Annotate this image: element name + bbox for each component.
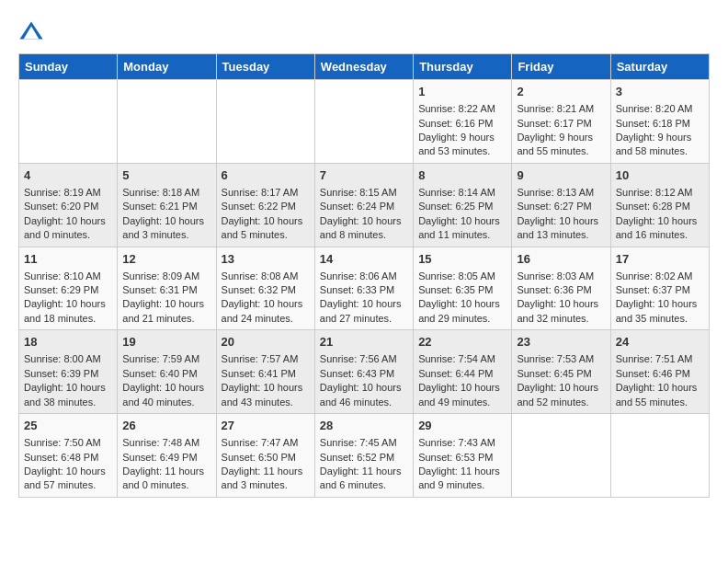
- day-detail: Sunrise: 7:43 AM: [418, 436, 506, 450]
- day-detail: and 55 minutes.: [517, 144, 605, 158]
- week-row-2: 4Sunrise: 8:19 AMSunset: 6:20 PMDaylight…: [19, 163, 710, 247]
- calendar-cell: 13Sunrise: 8:08 AMSunset: 6:32 PMDayligh…: [216, 247, 314, 330]
- day-number: 25: [24, 418, 112, 434]
- day-detail: Sunset: 6:28 PM: [616, 200, 704, 213]
- calendar-cell: 21Sunrise: 7:56 AMSunset: 6:43 PMDayligh…: [314, 330, 413, 414]
- day-detail: Sunset: 6:48 PM: [24, 451, 112, 465]
- calendar-cell: 23Sunrise: 7:53 AMSunset: 6:45 PMDayligh…: [512, 330, 610, 414]
- logo-icon: [18, 18, 44, 44]
- day-detail: Sunset: 6:22 PM: [222, 200, 310, 213]
- calendar-cell: 4Sunrise: 8:19 AMSunset: 6:20 PMDaylight…: [19, 163, 118, 247]
- day-number: 4: [24, 167, 112, 184]
- day-header-friday: Friday: [512, 54, 610, 80]
- calendar-cell: 24Sunrise: 7:51 AMSunset: 6:46 PMDayligh…: [610, 330, 709, 414]
- day-detail: Sunset: 6:39 PM: [24, 367, 112, 381]
- calendar-cell: [19, 80, 118, 164]
- day-detail: and 32 minutes.: [517, 312, 605, 326]
- calendar-cell: 7Sunrise: 8:15 AMSunset: 6:24 PMDaylight…: [314, 163, 413, 247]
- day-detail: Sunset: 6:46 PM: [616, 367, 704, 381]
- calendar-cell: 28Sunrise: 7:45 AMSunset: 6:52 PMDayligh…: [314, 414, 413, 498]
- day-number: 22: [418, 334, 506, 350]
- day-detail: Sunset: 6:24 PM: [320, 200, 408, 213]
- days-of-week-row: SundayMondayTuesdayWednesdayThursdayFrid…: [19, 54, 710, 80]
- calendar-cell: 17Sunrise: 8:02 AMSunset: 6:37 PMDayligh…: [610, 247, 709, 330]
- week-row-5: 25Sunrise: 7:50 AMSunset: 6:48 PMDayligh…: [19, 414, 710, 498]
- calendar-cell: [314, 80, 413, 164]
- day-detail: and 29 minutes.: [418, 312, 506, 326]
- day-detail: Sunset: 6:50 PM: [222, 451, 310, 465]
- day-detail: Daylight: 10 hours: [616, 297, 704, 311]
- calendar-cell: [216, 80, 314, 164]
- day-detail: and 27 minutes.: [320, 312, 408, 326]
- day-detail: Daylight: 10 hours: [122, 214, 210, 228]
- day-detail: and 16 minutes.: [616, 228, 704, 242]
- day-detail: Sunset: 6:44 PM: [418, 367, 506, 381]
- day-detail: Sunset: 6:49 PM: [122, 451, 210, 465]
- day-detail: Daylight: 10 hours: [222, 381, 310, 395]
- day-detail: Sunset: 6:37 PM: [616, 283, 704, 297]
- day-detail: Daylight: 10 hours: [418, 381, 506, 395]
- day-detail: and 53 minutes.: [418, 144, 506, 158]
- day-header-monday: Monday: [118, 54, 216, 80]
- day-header-tuesday: Tuesday: [216, 54, 314, 80]
- day-detail: Sunset: 6:35 PM: [418, 283, 506, 297]
- day-detail: Daylight: 10 hours: [122, 297, 210, 311]
- day-number: 26: [122, 418, 210, 434]
- day-number: 23: [517, 334, 605, 350]
- day-detail: Sunrise: 8:13 AM: [517, 186, 605, 200]
- day-detail: Sunset: 6:53 PM: [418, 451, 506, 465]
- day-number: 21: [320, 334, 408, 350]
- calendar-cell: 12Sunrise: 8:09 AMSunset: 6:31 PMDayligh…: [118, 247, 216, 330]
- day-detail: Sunset: 6:29 PM: [24, 283, 112, 297]
- day-detail: Sunrise: 8:18 AM: [122, 186, 210, 200]
- day-detail: and 43 minutes.: [222, 396, 310, 409]
- day-detail: Sunrise: 7:45 AM: [320, 436, 408, 450]
- day-detail: Sunset: 6:16 PM: [418, 117, 506, 131]
- calendar-cell: 20Sunrise: 7:57 AMSunset: 6:41 PMDayligh…: [216, 330, 314, 414]
- calendar-header: SundayMondayTuesdayWednesdayThursdayFrid…: [19, 54, 710, 80]
- day-detail: Daylight: 10 hours: [24, 214, 112, 228]
- day-detail: Daylight: 10 hours: [517, 381, 605, 395]
- day-detail: and 13 minutes.: [517, 228, 605, 242]
- calendar-body: 1Sunrise: 8:22 AMSunset: 6:16 PMDaylight…: [19, 80, 710, 498]
- day-number: 9: [517, 167, 605, 184]
- day-detail: Daylight: 10 hours: [320, 381, 408, 395]
- day-detail: and 24 minutes.: [222, 312, 310, 326]
- calendar-cell: 15Sunrise: 8:05 AMSunset: 6:35 PMDayligh…: [414, 247, 512, 330]
- day-detail: Daylight: 11 hours: [320, 465, 408, 478]
- day-detail: Daylight: 10 hours: [24, 465, 112, 478]
- day-detail: and 3 minutes.: [122, 228, 210, 242]
- day-number: 11: [24, 251, 112, 268]
- day-number: 16: [517, 251, 605, 268]
- day-number: 7: [320, 167, 408, 184]
- day-detail: Daylight: 10 hours: [24, 381, 112, 395]
- day-detail: Sunrise: 8:22 AM: [418, 102, 506, 116]
- day-number: 14: [320, 251, 408, 268]
- day-detail: Daylight: 10 hours: [517, 214, 605, 228]
- day-detail: and 0 minutes.: [24, 228, 112, 242]
- day-detail: and 55 minutes.: [616, 396, 704, 409]
- day-detail: and 52 minutes.: [517, 396, 605, 409]
- calendar-cell: [610, 414, 709, 498]
- day-detail: Sunset: 6:45 PM: [517, 367, 605, 381]
- day-detail: Sunrise: 8:06 AM: [320, 270, 408, 283]
- day-detail: and 58 minutes.: [616, 144, 704, 158]
- day-detail: and 6 minutes.: [320, 478, 408, 492]
- day-detail: Sunrise: 7:51 AM: [616, 352, 704, 366]
- day-detail: Sunset: 6:31 PM: [122, 283, 210, 297]
- day-detail: Sunrise: 7:50 AM: [24, 436, 112, 450]
- calendar-cell: 1Sunrise: 8:22 AMSunset: 6:16 PMDaylight…: [414, 80, 512, 164]
- day-detail: Sunrise: 8:00 AM: [24, 352, 112, 366]
- calendar-cell: 11Sunrise: 8:10 AMSunset: 6:29 PMDayligh…: [19, 247, 118, 330]
- calendar-cell: 14Sunrise: 8:06 AMSunset: 6:33 PMDayligh…: [314, 247, 413, 330]
- day-number: 6: [222, 167, 310, 184]
- logo: [18, 18, 48, 44]
- day-detail: Sunrise: 8:17 AM: [222, 186, 310, 200]
- calendar-cell: 9Sunrise: 8:13 AMSunset: 6:27 PMDaylight…: [512, 163, 610, 247]
- day-detail: Sunset: 6:32 PM: [222, 283, 310, 297]
- calendar-cell: 5Sunrise: 8:18 AMSunset: 6:21 PMDaylight…: [118, 163, 216, 247]
- calendar-cell: [118, 80, 216, 164]
- day-detail: Sunrise: 7:53 AM: [517, 352, 605, 366]
- day-detail: and 11 minutes.: [418, 228, 506, 242]
- calendar-cell: [512, 414, 610, 498]
